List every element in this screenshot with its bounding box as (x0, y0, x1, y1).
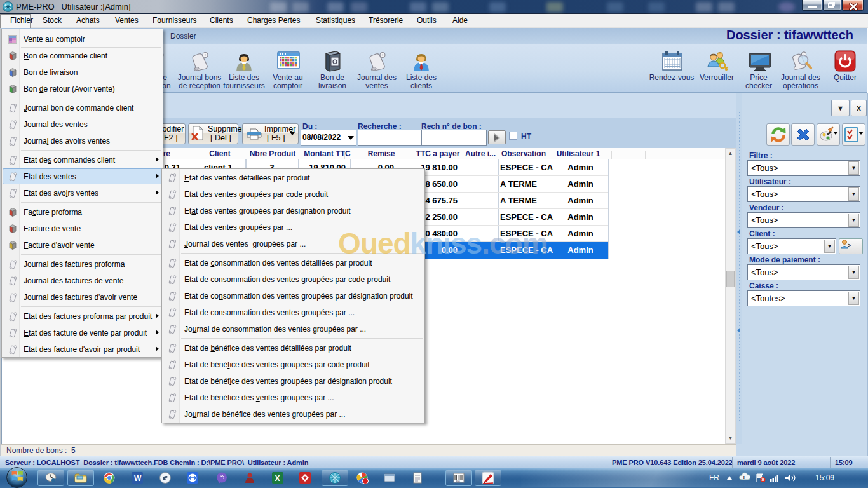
svg-text:!: ! (743, 475, 745, 480)
svg-text:X: X (275, 474, 280, 483)
svg-text:300: 300 (456, 480, 460, 483)
svg-text:>: > (848, 242, 851, 248)
svg-text:W: W (134, 474, 142, 483)
